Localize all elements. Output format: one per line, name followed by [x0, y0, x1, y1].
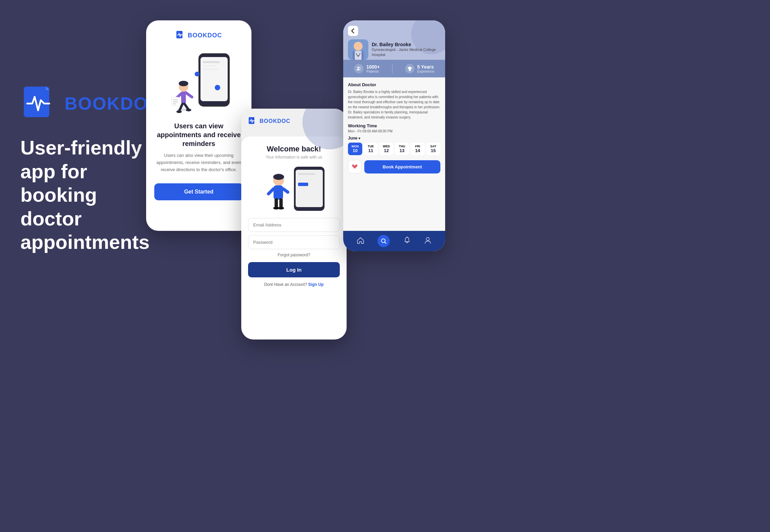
svg-rect-50 — [409, 70, 410, 71]
book-appointment-button[interactable]: Book Appointment — [364, 160, 440, 173]
phone3-body: About Doctor Dr. Bailey Brooke is a high… — [343, 77, 445, 231]
email-input[interactable] — [248, 218, 340, 232]
svg-point-49 — [359, 67, 361, 68]
day-num-13: 13 — [396, 148, 408, 153]
phone2-content: Welcome back! Your Information is safe w… — [241, 136, 347, 340]
svg-rect-21 — [172, 97, 179, 106]
svg-rect-9 — [203, 69, 218, 70]
svg-point-20 — [186, 109, 191, 111]
phone2-logo-text: BOOKDOC — [260, 118, 291, 124]
day-num-15: 15 — [427, 148, 439, 153]
experience-info: 5 Years Experience — [417, 64, 434, 73]
working-time-title: Working Time — [348, 123, 440, 128]
signup-prompt: Dont Have an Account? Sign Up — [248, 282, 340, 287]
signup-text: Dont Have an Account? — [264, 282, 307, 287]
svg-point-25 — [195, 72, 199, 76]
forgot-password-link[interactable]: Forgot password? — [248, 253, 340, 257]
calendar-day-wed[interactable]: WED 12 — [379, 143, 393, 155]
svg-rect-35 — [274, 185, 283, 200]
day-num-10: 10 — [349, 148, 361, 153]
about-doctor-text: Dr. Bailey Brooke is a highly skilled an… — [348, 89, 440, 120]
svg-rect-30 — [298, 173, 315, 175]
user-icon — [424, 237, 432, 244]
heart-icon — [352, 164, 358, 170]
phone1-header: BOOKDOC — [176, 31, 222, 40]
svg-point-10 — [215, 85, 220, 90]
svg-rect-51 — [408, 71, 411, 71]
logo-icon — [20, 85, 58, 122]
patients-info: 1000+ Patients — [366, 64, 380, 73]
svg-point-19 — [176, 110, 182, 113]
phone3-actions: Book Appointment — [348, 160, 440, 173]
doctor-name-spec: Dr. Bailey Brooke Gyneacologist - Jacks … — [372, 42, 440, 58]
get-started-button[interactable]: Get Started — [154, 183, 243, 200]
patients-label: Patients — [366, 70, 380, 73]
svg-line-16 — [186, 93, 192, 97]
nav-notifications-icon[interactable] — [403, 237, 411, 246]
nav-search-icon[interactable] — [378, 235, 390, 247]
phone1-logo-icon — [176, 31, 185, 40]
experience-count: 5 Years — [417, 64, 434, 70]
phone3-header: Dr. Bailey Brooke Gyneacologist - Jacks … — [343, 20, 445, 60]
day-name-wed: WED — [381, 145, 392, 148]
app-tagline: User-friendly app for booking doctor app… — [20, 136, 163, 254]
password-input[interactable] — [248, 235, 340, 249]
doctor-specialty: Gyneacologist - Jacks Medical College Ho… — [372, 47, 440, 58]
experience-stat: 5 Years Experience — [405, 64, 434, 73]
bell-icon — [403, 237, 411, 244]
svg-rect-31 — [298, 177, 311, 178]
day-name-thu: THU — [396, 145, 408, 148]
svg-rect-36 — [275, 198, 278, 208]
home-icon — [357, 237, 364, 244]
calendar-day-sat[interactable]: SAT 15 — [426, 143, 440, 155]
doctor-avatar — [348, 39, 368, 60]
phone3-doctor-info: Dr. Bailey Brooke Gyneacologist - Jacks … — [348, 39, 440, 60]
svg-point-47 — [357, 55, 359, 57]
calendar-day-fri[interactable]: FRI 14 — [410, 143, 425, 155]
svg-rect-37 — [279, 198, 283, 208]
svg-line-41 — [283, 189, 288, 192]
stats-divider — [392, 64, 392, 73]
left-section: BOOKDOC User-friendly app for booking do… — [20, 85, 163, 254]
doctor-name: Dr. Bailey Brooke — [372, 42, 440, 47]
phone-mockup-onboarding: BOOKDOC — [146, 20, 251, 231]
calendar-month: June ▾ — [348, 136, 440, 141]
day-name-tue: TUE — [365, 145, 377, 148]
calendar-day-mon[interactable]: MON 10 — [348, 143, 362, 155]
phone-mockup-doctor-profile: Dr. Bailey Brooke Gyneacologist - Jacks … — [343, 20, 445, 251]
day-num-12: 12 — [381, 148, 392, 153]
experience-label: Experience — [417, 70, 434, 73]
chevron-down-icon[interactable]: ▾ — [358, 136, 360, 140]
experience-icon — [405, 64, 415, 73]
favorite-button[interactable] — [348, 160, 362, 173]
patients-count: 1000+ — [366, 64, 380, 70]
login-button[interactable]: Log In — [248, 262, 340, 277]
phone1-description: Users can also view their upcoming appoi… — [154, 152, 243, 173]
phone1-title: Users can view appointments and receive … — [154, 122, 243, 148]
phone3-stats-bar: 1000+ Patients 5 Years Experience — [343, 60, 445, 77]
phone-mockup-login: BOOKDOC Welcome back! Your Information i… — [241, 109, 347, 340]
svg-point-55 — [426, 237, 430, 240]
calendar-day-tue[interactable]: TUE 11 — [364, 143, 378, 155]
svg-line-53 — [385, 242, 386, 244]
svg-point-39 — [278, 207, 284, 209]
svg-point-42 — [273, 174, 284, 180]
svg-rect-29 — [296, 170, 323, 207]
logo-block: BOOKDOC — [20, 85, 163, 122]
phone3-back-button[interactable] — [348, 26, 358, 36]
svg-point-44 — [354, 42, 363, 51]
svg-point-14 — [179, 81, 188, 86]
phone2-top: BOOKDOC — [241, 109, 347, 136]
phone3-bottom-nav — [343, 231, 445, 251]
nav-home-icon[interactable] — [357, 237, 364, 246]
calendar-day-thu[interactable]: THU 13 — [395, 143, 409, 155]
phone1-logo-text: BOOKDOC — [188, 32, 222, 39]
search-icon — [381, 238, 387, 244]
phone1-illustration — [158, 47, 240, 115]
back-arrow-icon — [350, 28, 356, 34]
nav-profile-icon[interactable] — [424, 237, 432, 246]
calendar-days: MON 10 TUE 11 WED 12 THU 13 FRI 14 SAT 1… — [348, 143, 440, 155]
signup-link[interactable]: Sign Up — [308, 282, 323, 287]
day-name-fri: FRI — [412, 145, 423, 148]
svg-line-40 — [268, 189, 274, 194]
